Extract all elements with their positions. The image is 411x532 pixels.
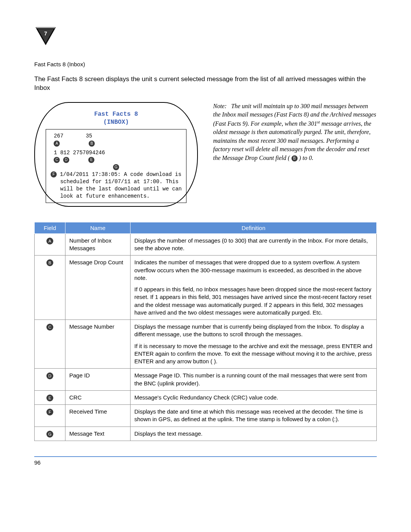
field-definition-cell: Displays the number of messages (0 to 30… (131, 233, 377, 256)
definition-paragraph: Message Page ID. This number is a runnin… (134, 372, 373, 387)
row-callouts-1: A B (51, 140, 182, 147)
msg-line-1: F 1/04/2011 17:38:05: A code download is (51, 171, 182, 178)
note-body-tail: ) to 0. (298, 155, 314, 161)
table-row: ECRCMessage's Cyclic Redundancy Check (C… (35, 390, 377, 404)
field-bullet-icon: D (46, 372, 53, 379)
field-name-cell: Message Number (65, 320, 131, 369)
definition-paragraph: If it is necessary to move the message t… (134, 342, 373, 366)
chapter-badge: 7 (34, 27, 57, 46)
field-bullet-icon: C (46, 324, 53, 331)
definition-paragraph: Displays the date and time at which this… (134, 408, 373, 423)
screen-figure: Fast Facts 8 (INBOX) 267 35 A B 1 812 27… (34, 102, 198, 207)
note: Note: The unit will maintain up to 300 m… (213, 102, 377, 207)
definition-paragraph: Indicates the number of messages that we… (134, 259, 373, 282)
msg-line-4: look at future enhancements. (51, 193, 182, 200)
intro-paragraph: The Fast Facts 8 screen displays the uni… (34, 75, 377, 93)
table-row: CMessage NumberDisplays the message numb… (35, 320, 377, 369)
callout-c-icon: C (54, 157, 60, 163)
table-row: ANumber of Inbox MessagesDisplays the nu… (35, 233, 377, 256)
row-callouts-2: C D E (51, 157, 182, 164)
table-row: BMessage Drop CountIndicates the number … (35, 256, 377, 320)
row-callout-g: G (51, 164, 182, 171)
field-definition-cell: Displays the date and time at which this… (131, 405, 377, 427)
field-letter-cell: E (35, 390, 65, 404)
note-lead: Note: (213, 103, 227, 109)
callout-b-icon: B (89, 141, 95, 147)
msg-line-3: will be the last download until we can (51, 185, 182, 193)
th-definition: Definition (131, 222, 377, 233)
field-letter-cell: A (35, 233, 65, 256)
field-name-cell: Page ID (65, 369, 131, 391)
field-bullet-icon: E (46, 395, 53, 401)
field-bullet-icon: G (46, 431, 53, 438)
table-row: GMessage TextDisplays the text message. (35, 427, 377, 441)
callout-a-icon: A (54, 141, 60, 147)
field-name-cell: Received Time (65, 405, 131, 427)
definition-paragraph: Displays the number of messages (0 to 30… (134, 237, 373, 252)
definition-paragraph: If 0 appears in this field, no Inbox mes… (134, 286, 373, 316)
chapter-number: 7 (34, 30, 57, 37)
field-letter-cell: C (35, 320, 65, 369)
figure-and-note: Fast Facts 8 (INBOX) 267 35 A B 1 812 27… (34, 102, 377, 207)
th-field: Field (35, 222, 65, 233)
field-definition-cell: Displays the text message. (131, 427, 377, 441)
callout-f-icon: F (51, 171, 57, 177)
field-bullet-icon: F (46, 409, 53, 415)
definition-paragraph: Message's Cyclic Redundancy Check (CRC) … (134, 394, 373, 401)
field-definition-cell: Displays the message number that is curr… (131, 320, 377, 369)
msg-line-2: scheduled for 11/07/11 at 17:00. This (51, 178, 182, 185)
callout-g-icon: G (113, 164, 119, 170)
field-bullet-icon: B (46, 259, 53, 266)
page-number: 96 (34, 459, 377, 466)
row-values-2: 1 812 2757094246 (51, 149, 182, 157)
table-row: DPage IDMessage Page ID. This number is … (35, 369, 377, 391)
section-title: Fast Facts 8 (Inbox) (34, 61, 377, 67)
field-letter-cell: G (35, 427, 65, 441)
field-definition-cell: Message Page ID. This number is a runnin… (131, 369, 377, 391)
field-name-cell: Message Text (65, 427, 131, 441)
table-row: FReceived TimeDisplays the date and time… (35, 405, 377, 427)
field-name-cell: CRC (65, 390, 131, 404)
note-sup: st (317, 120, 320, 124)
field-letter-cell: D (35, 369, 65, 391)
field-name-cell: Message Drop Count (65, 256, 131, 320)
field-letter-cell: B (35, 256, 65, 320)
screen-title: Fast Facts 8 (INBOX) (46, 110, 186, 126)
callout-e-icon: E (88, 157, 94, 163)
field-definition-cell: Indicates the number of messages that we… (131, 256, 377, 320)
screen-outline: Fast Facts 8 (INBOX) 267 35 A B 1 812 27… (34, 102, 198, 207)
field-table: Field Name Definition ANumber of Inbox M… (34, 222, 377, 441)
row-values-1: 267 35 (51, 133, 182, 140)
screen-title-line1: Fast Facts 8 (94, 111, 138, 118)
page-footer: 96 (34, 456, 377, 466)
definition-paragraph: Displays the text message. (134, 430, 373, 438)
field-bullet-icon: A (46, 238, 53, 244)
definition-paragraph: Displays the message number that is curr… (134, 323, 373, 339)
field-letter-cell: F (35, 405, 65, 427)
note-bullet-b-icon: B (292, 155, 298, 161)
footer-rule (34, 456, 377, 457)
th-name: Name (65, 222, 131, 233)
page: 7 Fast Facts 8 (Inbox) The Fast Facts 8 … (0, 0, 411, 481)
field-definition-cell: Message's Cyclic Redundancy Check (CRC) … (131, 390, 377, 404)
screen-title-line2: (INBOX) (103, 119, 129, 126)
screen-body: 267 35 A B 1 812 2757094246 C D E G F 1/… (46, 129, 186, 203)
callout-d-icon: D (63, 157, 69, 163)
field-name-cell: Number of Inbox Messages (65, 233, 131, 256)
